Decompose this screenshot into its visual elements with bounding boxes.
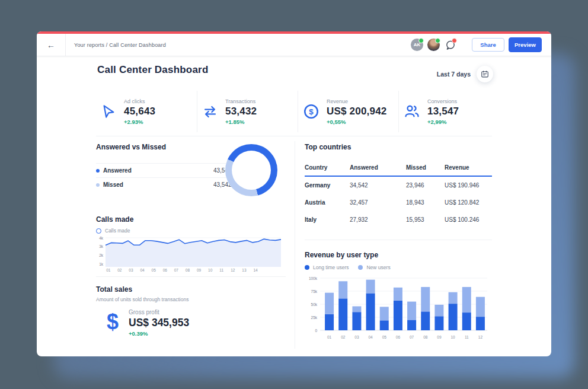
kpi-label: Conversions [427,98,459,104]
online-status-dot [435,38,440,43]
svg-text:75k: 75k [311,289,318,294]
svg-text:09: 09 [437,335,442,339]
svg-text:4k: 4k [99,236,104,240]
kpi-delta: +1.85% [225,119,257,125]
column-header: Country [305,164,350,171]
calls-made-legend-label: Calls made [105,228,130,234]
svg-text:1k: 1k [99,262,104,266]
legend-item-long-time-users[interactable]: Long time users [305,264,349,270]
legend-label: Missed [103,181,123,188]
answered-cell: 32,457 [350,199,406,206]
svg-text:02: 02 [341,335,346,339]
revenue-stacked-bar-chart: 025k50k75k100k010203040506070809101112 [303,273,492,346]
revenue-cell: US$ 190.946 [445,182,492,189]
svg-text:09: 09 [197,268,202,272]
total-sales-title: Total sales [96,285,132,294]
svg-text:06: 06 [396,335,401,339]
gross-profit-delta: +0.39% [129,330,189,337]
transactions-icon [202,104,218,120]
svg-text:07: 07 [410,335,414,339]
column-header: Revenue [445,164,492,171]
avatar-photo[interactable] [427,39,440,51]
calendar-button[interactable] [477,66,493,82]
revenue-cell: US$ 100.246 [445,216,492,223]
kpi-row: Ad clicks 45,643 +2.93% Transactions 53,… [96,91,499,132]
kpi-delta: +2.93% [124,119,155,125]
notification-dot [452,38,457,43]
revenue-cell: US$ 120.842 [445,199,492,206]
svg-text:50k: 50k [311,302,318,307]
back-button[interactable]: ← [37,34,66,56]
svg-text:13: 13 [242,268,247,272]
kpi-transactions: Transactions 53,432 +1.85% [197,91,298,132]
kpi-delta: +0,55% [327,119,386,125]
kpi-delta: +2,99% [427,119,459,125]
missed-cell: 23,946 [406,182,445,189]
country-cell: Germany [305,182,350,189]
svg-text:3k: 3k [99,244,104,248]
legend-label: Long time users [313,264,349,270]
svg-text:08: 08 [186,268,190,272]
arrow-left-icon: ← [47,40,55,50]
gross-profit-label: Gross profit [129,309,189,315]
missed-dot-icon [96,183,100,187]
online-status-dot [418,38,424,43]
legend-item-new-users[interactable]: New users [358,264,390,270]
breadcrumb: Your reports / Call Center Dashboard [74,34,166,56]
share-button[interactable]: Share [472,38,504,52]
table-row[interactable]: Austria 32,457 18,943 US$ 120.842 [305,194,492,211]
avatar-initials[interactable]: AK [411,39,423,51]
answered-dot-icon [96,169,100,173]
kpi-revenue: $ Revenue US$ 200,942 +0,55% [298,91,398,132]
svg-text:07: 07 [174,268,179,272]
legend-label: New users [366,264,390,270]
top-countries-title: Top countries [305,143,351,151]
date-range-control: Last 7 days [437,66,493,82]
new-users-dot-icon [358,265,363,270]
answered-vs-missed-donut-chart [225,144,277,196]
column-header: Answered [350,164,406,171]
kpi-label: Transactions [225,98,257,104]
svg-text:100k: 100k [309,276,318,280]
svg-text:06: 06 [163,268,168,272]
revenue-by-user-type-legend: Long time users New users [305,264,391,270]
svg-text:11: 11 [219,268,223,272]
svg-text:12: 12 [231,268,235,272]
section-divider [96,276,286,277]
missed-cell: 15,953 [406,216,445,223]
svg-text:0: 0 [315,329,317,333]
svg-text:05: 05 [152,268,156,272]
kpi-label: Ad clicks [124,98,155,104]
table-row[interactable]: Italy 27,932 15,953 US$ 100.246 [305,211,492,228]
svg-text:04: 04 [140,268,145,272]
preview-button[interactable]: Preview [509,37,542,52]
missed-cell: 18,943 [406,199,445,206]
kpi-conversions: Conversions 13,547 +2,99% [398,91,499,132]
calls-made-legend[interactable]: Calls made [96,228,130,234]
calendar-icon [481,70,489,78]
desktop-background: ← Your reports / Call Center Dashboard A… [0,0,588,389]
dollar-circle-icon: $ [303,103,319,120]
svg-text:03: 03 [354,335,359,339]
country-cell: Italy [305,216,350,223]
svg-text:25k: 25k [311,315,318,320]
legend-row-missed[interactable]: Missed 43,542 (36%) [96,177,249,192]
section-divider [96,136,492,136]
calls-made-title: Calls made [96,215,133,224]
section-divider [305,240,492,240]
svg-text:10: 10 [450,335,455,339]
svg-text:$: $ [107,310,119,334]
revenue-by-user-type-title: Revenue by user type [305,251,378,259]
kpi-label: Revenue [327,98,386,104]
table-row[interactable]: Germany 34,542 23,946 US$ 190.946 [305,177,492,194]
chat-button[interactable] [444,39,457,52]
answered-vs-missed-title: Answered vs Missed [96,143,166,151]
toolbar-actions: AK Share Preview [411,34,542,56]
legend-label: Answered [103,167,132,174]
top-countries-table: Country Answered Missed Revenue Germany … [305,164,492,228]
gross-profit-block: Gross profit US$ 345,953 +0.39% [129,309,189,337]
column-divider [295,141,295,349]
page-title: Call Center Dashboard [97,64,208,76]
answered-cell: 27,932 [350,216,406,223]
calls-made-legend-icon [96,228,101,234]
